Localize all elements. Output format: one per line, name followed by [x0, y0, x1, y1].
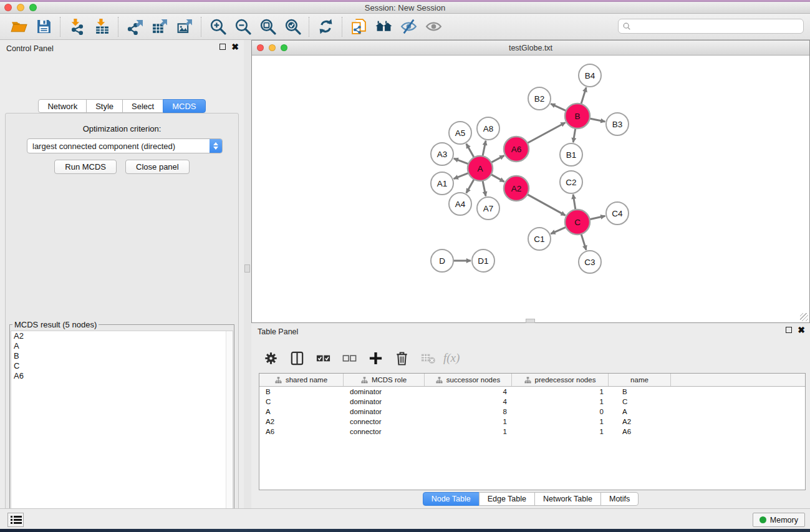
graph-edge-B-B4[interactable] [581, 87, 586, 104]
graph-edge-A-A4[interactable] [466, 179, 474, 193]
result-item[interactable]: A [11, 341, 233, 351]
graph-node-C3[interactable]: C3 [579, 251, 601, 273]
zoom-in-button[interactable] [205, 16, 230, 37]
save-session-button[interactable] [31, 16, 56, 37]
result-scrollbar[interactable] [226, 331, 233, 532]
graph-edge-A2-C[interactable] [528, 195, 566, 216]
import-network-button[interactable] [64, 16, 89, 37]
memory-button[interactable]: Memory [753, 513, 805, 527]
tab-node-table[interactable]: Node Table [423, 492, 480, 506]
graph-node-B3[interactable]: B3 [606, 113, 629, 135]
close-panel-button[interactable]: Close panel [125, 160, 190, 174]
graph-node-D1[interactable]: D1 [472, 249, 494, 272]
table-row[interactable]: Bdominator41B [259, 387, 805, 397]
zoom-fit-button[interactable] [255, 16, 280, 37]
graph-edge-A-A7[interactable] [483, 181, 486, 196]
graph-node-A8[interactable]: A8 [477, 117, 499, 140]
tab-network-table[interactable]: Network Table [534, 492, 601, 506]
graph-node-A1[interactable]: A1 [431, 172, 453, 195]
zoom-selected-button[interactable] [280, 16, 305, 37]
graph-edge-A-A3[interactable] [454, 158, 469, 164]
graph-edge-A-A1[interactable] [454, 173, 469, 178]
graph-edge-C-C2[interactable] [573, 195, 576, 210]
select-all-button[interactable] [311, 346, 335, 370]
network-graph[interactable]: AA1A2A3A4A5A6A7A8BB1B2B3B4CC1C2C3C4DD1 [252, 56, 809, 322]
graph-edge-A-A2[interactable] [491, 175, 504, 182]
close-table-panel-icon[interactable]: ✖ [798, 327, 805, 333]
column-header-MCDS-role[interactable]: MCDS role [344, 374, 425, 386]
graph-edge-A6-B[interactable] [528, 122, 566, 143]
tab-motifs[interactable]: Motifs [600, 492, 639, 506]
first-neighbors-button[interactable] [371, 16, 396, 37]
deselect-all-button[interactable] [337, 346, 361, 370]
result-item[interactable]: A2 [11, 331, 233, 341]
graph-node-B4[interactable]: B4 [579, 64, 601, 87]
tab-edge-table[interactable]: Edge Table [479, 492, 535, 506]
graph-edge-C-C1[interactable] [551, 227, 566, 234]
graph-node-A2[interactable]: A2 [504, 176, 529, 201]
splitter-handle-vertical[interactable] [244, 264, 250, 273]
export-network-button[interactable] [122, 16, 147, 37]
result-item[interactable]: A6 [11, 371, 233, 381]
graph-node-B[interactable]: B [565, 104, 590, 128]
show-columns-button[interactable] [285, 346, 309, 370]
add-entry-button[interactable] [364, 346, 387, 370]
column-header-predecessor-nodes[interactable]: predecessor nodes [512, 374, 609, 386]
column-header-name[interactable]: name [609, 374, 671, 386]
splitter-handle-horizontal[interactable] [526, 319, 535, 323]
graph-edge-B-B3[interactable] [590, 118, 605, 122]
graph-node-A3[interactable]: A3 [431, 143, 453, 165]
tab-style[interactable]: Style [86, 99, 123, 113]
column-header-successor-nodes[interactable]: successor nodes [425, 374, 512, 386]
result-item[interactable]: C [11, 361, 233, 371]
zoom-out-button[interactable] [230, 16, 255, 37]
table-row[interactable]: A6connector11A6 [259, 427, 805, 437]
graph-node-B1[interactable]: B1 [560, 143, 582, 166]
hide-selected-button[interactable] [396, 16, 421, 37]
refresh-button[interactable] [313, 16, 338, 37]
graph-node-A6[interactable]: A6 [504, 137, 529, 162]
panel-splitter[interactable] [244, 40, 251, 508]
table-row[interactable]: A2connector11A2 [259, 417, 805, 427]
column-header-shared-name[interactable]: shared name [259, 374, 344, 386]
show-all-button[interactable] [421, 16, 446, 37]
graph-node-B2[interactable]: B2 [528, 87, 551, 110]
tab-select[interactable]: Select [122, 99, 163, 113]
delete-entry-button[interactable] [390, 346, 413, 370]
tab-network[interactable]: Network [38, 99, 87, 113]
import-table-button[interactable] [89, 16, 114, 37]
task-history-button[interactable] [7, 513, 24, 527]
graph-node-A5[interactable]: A5 [449, 122, 471, 144]
search-field[interactable] [618, 19, 804, 34]
graph-edge-C-C3[interactable] [581, 234, 586, 250]
graph-node-A[interactable]: A [468, 156, 493, 181]
open-file-button[interactable] [6, 16, 31, 37]
window-resize-grip[interactable] [800, 313, 808, 321]
run-mcds-button[interactable]: Run MCDS [54, 160, 117, 174]
search-input[interactable] [631, 19, 803, 33]
optimization-criterion-dropdown[interactable]: largest connected component (directed) [27, 138, 223, 153]
float-panel-icon[interactable] [219, 44, 226, 50]
graph-node-C4[interactable]: C4 [606, 202, 629, 225]
graph-node-C1[interactable]: C1 [528, 228, 551, 250]
close-panel-icon[interactable]: ✖ [231, 44, 239, 50]
graph-node-C[interactable]: C [565, 210, 590, 235]
graph-edge-B-B1[interactable] [573, 128, 576, 143]
table-row[interactable]: Adominator80A [259, 407, 805, 417]
graph-node-A4[interactable]: A4 [449, 193, 471, 215]
graph-edge-A-A8[interactable] [483, 141, 486, 157]
export-table-button[interactable] [147, 16, 172, 37]
graph-edge-A-A6[interactable] [491, 155, 504, 162]
graph-node-A7[interactable]: A7 [477, 197, 499, 220]
graph-node-D[interactable]: D [431, 249, 453, 272]
float-table-panel-icon[interactable] [786, 327, 792, 333]
graph-node-C2[interactable]: C2 [560, 171, 582, 193]
tab-mcds[interactable]: MCDS [163, 99, 205, 113]
result-item[interactable]: B [11, 351, 233, 361]
graph-edge-A-A5[interactable] [466, 143, 474, 157]
new-network-from-selection-button[interactable] [346, 16, 371, 37]
export-image-button[interactable] [172, 16, 197, 37]
graph-edge-C-C4[interactable] [590, 216, 605, 219]
table-settings-button[interactable] [259, 346, 282, 370]
table-row[interactable]: Cdominator41C [259, 397, 805, 407]
